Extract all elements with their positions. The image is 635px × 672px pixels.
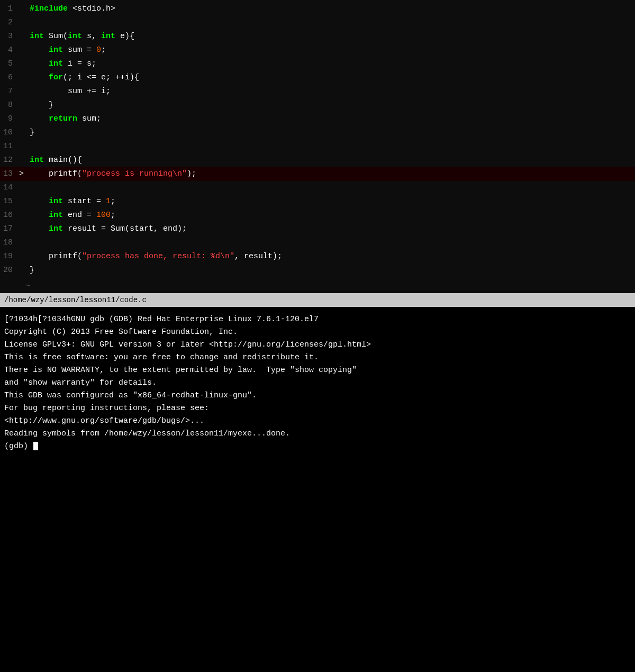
token-normal: start = (63, 197, 106, 206)
line-number: 1 (0, 2, 19, 16)
terminal-line: This GDB was configured as "x86_64-redha… (4, 389, 631, 402)
token-normal (30, 46, 49, 55)
token-normal: ; (111, 211, 115, 220)
line-number: 4 (0, 43, 19, 57)
code-line-3: 3 int Sum(int s, int e){ (0, 30, 635, 43)
line-number: 16 (0, 208, 19, 222)
line-number: 20 (0, 264, 19, 277)
line-number: 3 (0, 30, 19, 43)
tilde-line: ~ (0, 279, 635, 293)
line-content: } (30, 264, 34, 277)
code-line-4: 4 int sum = 0; (0, 43, 635, 57)
token-normal: ; (111, 197, 115, 206)
token-normal: } (30, 101, 53, 110)
code-line-1: 1 #include <stdio.h> (0, 2, 635, 16)
cursor (33, 442, 38, 450)
line-number: 9 (0, 112, 19, 126)
token-normal (30, 224, 49, 233)
line-content: sum += i; (30, 85, 111, 98)
line-number: 19 (0, 250, 19, 264)
terminal-line: (gdb) (4, 440, 631, 453)
token-kw-int: int (101, 32, 115, 41)
line-number: 12 (0, 153, 19, 167)
token-normal: Sum( (44, 32, 68, 41)
token-normal (30, 59, 49, 68)
token-str-literal: "process is running\n" (82, 169, 187, 178)
line-content: printf("process is running\n"); (30, 167, 196, 181)
code-line-17: 17 int result = Sum(start, end); (0, 222, 635, 236)
code-line-9: 9 return sum; (0, 112, 635, 126)
line-arrow (19, 236, 30, 250)
token-normal: (; i <= e; ++i){ (63, 73, 139, 82)
token-normal: sum; (77, 114, 101, 123)
token-normal: sum = (63, 46, 96, 55)
token-normal: ; (101, 46, 106, 55)
token-normal (30, 73, 49, 82)
line-content: int Sum(int s, int e){ (30, 30, 134, 43)
line-arrow (19, 195, 30, 208)
token-normal: } (30, 128, 34, 137)
terminal-line: Reading symbols from /home/wzy/lesson/le… (4, 428, 631, 440)
line-content: } (30, 126, 34, 140)
line-number: 11 (0, 140, 19, 153)
line-content: return sum; (30, 112, 101, 126)
token-normal: sum += i; (30, 87, 111, 96)
line-number: 7 (0, 85, 19, 98)
token-normal: e){ (115, 32, 134, 41)
code-line-15: 15 int start = 1; (0, 195, 635, 208)
line-content: int sum = 0; (30, 43, 106, 57)
line-arrow (19, 126, 30, 140)
token-normal: , result); (234, 252, 282, 261)
code-area: 1 #include <stdio.h>2 3 int Sum(int s, i… (0, 0, 635, 279)
line-arrow (19, 140, 30, 153)
line-content: int main(){ (30, 153, 82, 167)
status-bar: /home/wzy/lesson/lesson11/code.c (0, 293, 635, 307)
token-kw-int: int (68, 32, 82, 41)
line-content: for(; i <= e; ++i){ (30, 71, 139, 85)
line-arrow (19, 71, 30, 85)
editor-section: 1 #include <stdio.h>2 3 int Sum(int s, i… (0, 0, 635, 307)
token-num-literal: 100 (96, 211, 111, 220)
line-number: 17 (0, 222, 19, 236)
line-number: 8 (0, 98, 19, 112)
terminal-section[interactable]: [?1034h[?1034hGNU gdb (GDB) Red Hat Ente… (0, 307, 635, 457)
code-line-6: 6 for(; i <= e; ++i){ (0, 71, 635, 85)
line-content: printf("process has done, result: %d\n",… (30, 250, 282, 264)
code-line-13: 13> printf("process is running\n"); (0, 167, 635, 181)
token-kw-int: int (49, 197, 63, 206)
token-str-literal: "process has done, result: %d\n" (82, 252, 234, 261)
token-normal: end = (63, 211, 96, 220)
line-arrow (19, 2, 30, 16)
token-normal (30, 211, 49, 220)
line-arrow: > (19, 167, 30, 181)
line-content: #include <stdio.h> (30, 2, 115, 16)
terminal-line: Copyright (C) 2013 Free Software Foundat… (4, 326, 631, 339)
line-arrow (19, 85, 30, 98)
line-number: 14 (0, 181, 19, 195)
code-line-10: 10 } (0, 126, 635, 140)
terminal-line: There is NO WARRANTY, to the extent perm… (4, 364, 631, 377)
token-normal: ); (187, 169, 196, 178)
token-normal: s, (82, 32, 101, 41)
line-content: int end = 100; (30, 208, 115, 222)
code-line-11: 11 (0, 140, 635, 153)
line-arrow (19, 30, 30, 43)
line-number: 2 (0, 16, 19, 30)
line-arrow (19, 98, 30, 112)
line-number: 15 (0, 195, 19, 208)
line-content: int start = 1; (30, 195, 115, 208)
terminal-line: [?1034h[?1034hGNU gdb (GDB) Red Hat Ente… (4, 313, 631, 326)
line-arrow (19, 112, 30, 126)
code-line-14: 14 (0, 181, 635, 195)
token-normal: <stdio.h> (68, 4, 115, 13)
line-arrow (19, 153, 30, 167)
token-normal (30, 114, 49, 123)
line-content: int i = s; (30, 57, 96, 71)
terminal-line: <http://www.gnu.org/software/gdb/bugs/>.… (4, 415, 631, 428)
line-number: 13 (0, 167, 19, 181)
line-arrow (19, 264, 30, 277)
code-line-20: 20 } (0, 264, 635, 277)
line-number: 18 (0, 236, 19, 250)
code-line-2: 2 (0, 16, 635, 30)
line-number: 10 (0, 126, 19, 140)
